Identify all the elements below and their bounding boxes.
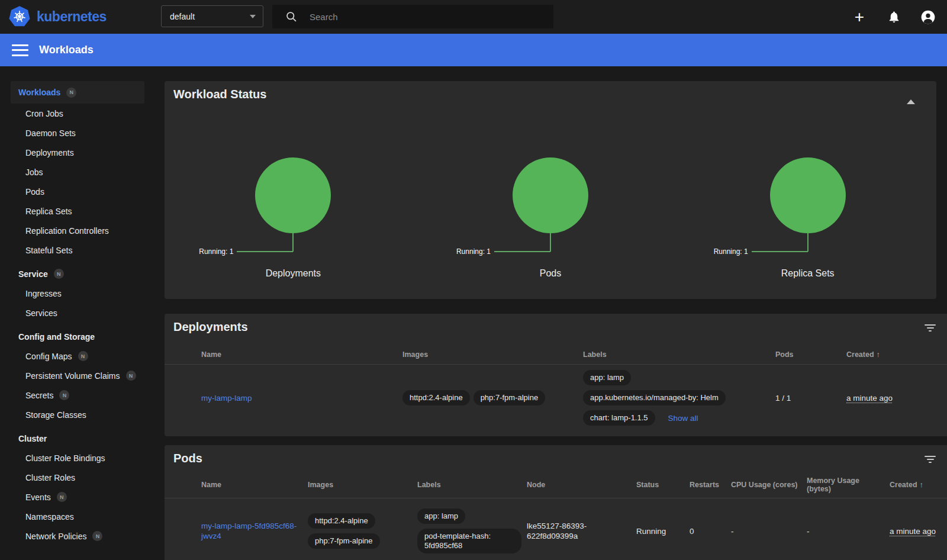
deployments-card: Deployments Name Images Labels Pods Crea… [165, 314, 947, 436]
deployments-chart: Running: 1 Deployments [165, 127, 422, 287]
column-header-status: Status [636, 481, 690, 489]
sidebar-item-secrets[interactable]: Secrets N [11, 385, 144, 405]
new-badge: N [59, 390, 69, 400]
image-chip: php:7-fpm-alpine [308, 533, 380, 549]
sidebar-item-daemon-sets[interactable]: Daemon Sets [11, 123, 144, 143]
namespace-selector[interactable]: default [161, 5, 263, 27]
sidebar-item-pods[interactable]: Pods [11, 182, 144, 201]
account-button[interactable] [919, 8, 938, 27]
chart-title: Replica Sets [681, 268, 935, 279]
top-header: kubernetes default + [0, 0, 947, 34]
new-badge: N [57, 492, 67, 502]
sidebar-item-events[interactable]: Events N [11, 487, 144, 507]
search-bar[interactable] [272, 5, 553, 28]
node-name: lke55127-86393-622f8d09399a [527, 521, 636, 541]
sidebar-item-replication-controllers[interactable]: Replication Controllers [11, 221, 144, 240]
deployment-name-link[interactable]: my-lamp-lamp [201, 394, 252, 403]
image-chip: php:7-fpm-alpine [474, 390, 546, 405]
chart-annotation: Running: 1 [423, 247, 491, 256]
restarts-count: 0 [690, 527, 731, 536]
app-bar: Workloads [0, 34, 947, 66]
memory-usage: - [807, 527, 890, 536]
notifications-bell-icon [887, 10, 901, 24]
chart-title: Pods [423, 268, 678, 279]
sidebar-item-storage-classes[interactable]: Storage Classes [11, 405, 144, 424]
sidebar-item-service[interactable]: Service N [11, 264, 144, 284]
show-all-labels-link[interactable]: Show all [668, 414, 698, 423]
account-circle-icon [920, 9, 936, 25]
image-chip: httpd:2.4-alpine [308, 513, 375, 529]
filter-button[interactable] [925, 324, 936, 332]
top-actions: + [850, 0, 938, 34]
sidebar-item-jobs[interactable]: Jobs [11, 162, 144, 182]
sidebar-item-config-maps[interactable]: Config Maps N [11, 346, 144, 366]
column-header-name: Name [201, 350, 402, 359]
sidebar-item-ingresses[interactable]: Ingresses [11, 284, 144, 303]
replica-sets-chart: Running: 1 Replica Sets [679, 127, 936, 287]
workload-status-charts: Running: 1 Deployments Running: 1 Pods [165, 127, 936, 287]
created-timestamp: a minute ago [890, 527, 936, 536]
sidebar-item-namespaces[interactable]: Namespaces [11, 507, 144, 526]
sidebar-section-cluster[interactable]: Cluster [11, 429, 144, 448]
replica-sets-pie [770, 157, 846, 233]
main-content: Workload Status Running: 1 Deployments [155, 66, 947, 560]
new-badge: N [66, 88, 76, 98]
sidebar-item-network-policies[interactable]: Network Policies N [11, 526, 144, 546]
sidebar-item-stateful-sets[interactable]: Stateful Sets [11, 240, 144, 260]
search-input[interactable] [310, 12, 523, 22]
deployments-pie [255, 157, 331, 233]
table-row: my-lamp-lamp httpd:2.4-alpine php:7-fpm-… [165, 365, 947, 431]
sidebar-item-workloads[interactable]: Workloads N [11, 81, 144, 104]
label-chip: app.kubernetes.io/managed-by: Helm [583, 390, 726, 405]
sidebar-item-replica-sets[interactable]: Replica Sets [11, 201, 144, 221]
sidebar-item-deployments[interactable]: Deployments [11, 143, 144, 162]
chart-annotation: Running: 1 [166, 247, 233, 256]
sidebar-item-persistent-volume-claims[interactable]: Persistent Volume Claims N [11, 366, 144, 385]
column-header-node: Node [527, 481, 636, 489]
column-header-images: Images [402, 350, 583, 359]
page-title: Workloads [39, 44, 94, 56]
add-icon: + [855, 9, 864, 25]
pods-count: 1 / 1 [775, 394, 846, 403]
new-badge: N [78, 351, 88, 361]
pods-table-header: Name Images Labels Node Status Restarts … [165, 471, 947, 498]
create-resource-button[interactable]: + [850, 8, 869, 27]
created-timestamp: a minute ago [846, 394, 893, 403]
sidebar-item-cron-jobs[interactable]: Cron Jobs [11, 104, 144, 123]
sidebar-item-services[interactable]: Services [11, 303, 144, 323]
column-header-labels: Labels [583, 350, 775, 359]
menu-button[interactable] [12, 44, 28, 56]
sidebar-item-cluster-role-bindings[interactable]: Cluster Role Bindings [11, 448, 144, 468]
column-header-created[interactable]: Created↑ [890, 480, 947, 489]
search-icon [285, 11, 298, 23]
column-header-restarts: Restarts [690, 481, 731, 489]
column-header-name: Name [201, 481, 308, 489]
pod-status: Running [636, 527, 690, 536]
card-title: Workload Status [173, 88, 266, 101]
filter-button[interactable] [925, 456, 936, 463]
sort-ascending-icon: ↑ [877, 350, 881, 359]
collapse-card-button[interactable] [907, 91, 915, 99]
filter-icon [925, 456, 936, 457]
notifications-button[interactable] [884, 8, 903, 27]
pod-name-link[interactable]: my-lamp-lamp-5fd985cf68-jwvz4 [201, 522, 297, 540]
pods-chart: Running: 1 Pods [422, 127, 679, 287]
sort-ascending-icon: ↑ [920, 480, 924, 489]
deployments-table-header: Name Images Labels Pods Created↑ [165, 345, 947, 365]
pods-card: Pods Name Images Labels Node Status Rest… [165, 445, 947, 560]
workload-status-card: Workload Status Running: 1 Deployments [165, 81, 936, 299]
label-chip: chart: lamp-1.1.5 [583, 410, 655, 426]
sidebar-nav: Workloads N Cron Jobs Daemon Sets Deploy… [0, 66, 155, 560]
brand-home-link[interactable]: kubernetes [8, 5, 107, 28]
kubernetes-logo-icon [8, 5, 31, 28]
label-chip: pod-template-hash: 5fd985cf68 [417, 529, 521, 553]
namespace-value: default [170, 12, 250, 21]
sidebar-item-cluster-roles[interactable]: Cluster Roles [11, 468, 144, 487]
label-chip: app: lamp [417, 508, 465, 524]
sidebar-section-config-and-storage[interactable]: Config and Storage [11, 327, 144, 346]
menu-icon [12, 44, 28, 46]
column-header-created[interactable]: Created↑ [846, 350, 947, 359]
pods-pie [513, 157, 588, 233]
new-badge: N [54, 269, 64, 279]
column-header-labels: Labels [417, 481, 527, 489]
